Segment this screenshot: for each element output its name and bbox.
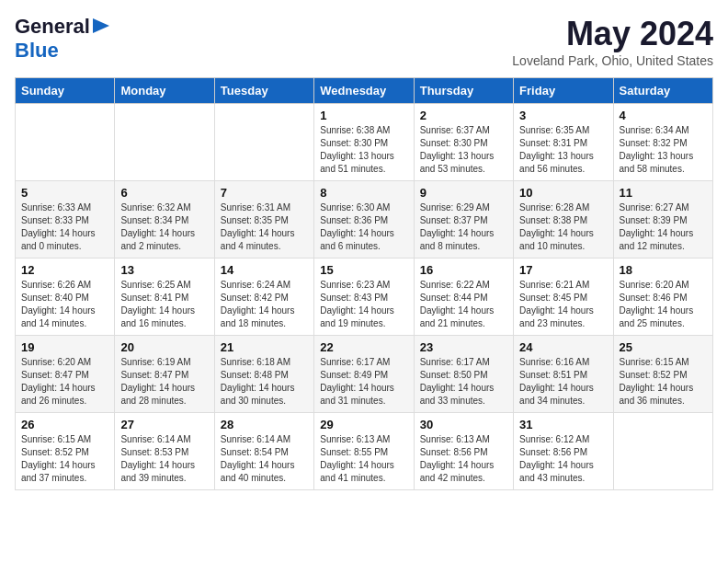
cell-info: Sunrise: 6:32 AMSunset: 8:34 PMDaylight:… [120, 201, 208, 253]
day-number: 21 [221, 340, 308, 354]
day-number: 12 [21, 263, 108, 277]
cell-info: Sunrise: 6:35 AMSunset: 8:31 PMDaylight:… [519, 124, 607, 176]
column-header-saturday: Saturday [613, 78, 712, 104]
day-number: 17 [519, 263, 607, 277]
column-header-sunday: Sunday [16, 78, 115, 104]
calendar-table: SundayMondayTuesdayWednesdayThursdayFrid… [15, 77, 713, 490]
calendar-cell: 3Sunrise: 6:35 AMSunset: 8:31 PMDaylight… [514, 104, 613, 181]
logo: General Blue [15, 15, 109, 63]
day-number: 27 [120, 418, 208, 431]
day-number: 16 [420, 263, 507, 277]
svg-marker-0 [93, 18, 109, 33]
cell-info: Sunrise: 6:17 AMSunset: 8:50 PMDaylight:… [420, 356, 507, 408]
calendar-cell: 24Sunrise: 6:16 AMSunset: 8:51 PMDayligh… [514, 336, 613, 413]
calendar-cell: 26Sunrise: 6:15 AMSunset: 8:52 PMDayligh… [16, 413, 115, 490]
day-number: 3 [519, 109, 607, 122]
cell-info: Sunrise: 6:29 AMSunset: 8:37 PMDaylight:… [420, 201, 507, 253]
column-header-monday: Monday [115, 78, 214, 104]
calendar-cell [613, 413, 712, 490]
column-header-wednesday: Wednesday [314, 78, 414, 104]
calendar-cell: 15Sunrise: 6:23 AMSunset: 8:43 PMDayligh… [314, 259, 414, 336]
cell-info: Sunrise: 6:34 AMSunset: 8:32 PMDaylight:… [620, 124, 707, 176]
day-number: 24 [519, 340, 607, 354]
day-number: 1 [320, 109, 407, 122]
title-block: May 2024 Loveland Park, Ohio, United Sta… [512, 15, 713, 68]
calendar-cell [115, 104, 214, 181]
calendar-cell: 17Sunrise: 6:21 AMSunset: 8:45 PMDayligh… [514, 259, 613, 336]
logo-general: General [15, 15, 90, 39]
page-header: General Blue May 2024 Loveland Park, Ohi… [15, 15, 713, 68]
day-number: 9 [420, 186, 507, 200]
day-number: 19 [21, 340, 108, 354]
week-row-4: 19Sunrise: 6:20 AMSunset: 8:47 PMDayligh… [16, 336, 713, 413]
cell-info: Sunrise: 6:21 AMSunset: 8:45 PMDaylight:… [519, 279, 607, 330]
calendar-cell: 11Sunrise: 6:27 AMSunset: 8:39 PMDayligh… [613, 181, 712, 259]
cell-info: Sunrise: 6:30 AMSunset: 8:36 PMDaylight:… [320, 201, 407, 253]
calendar-cell [214, 104, 313, 181]
cell-info: Sunrise: 6:13 AMSunset: 8:55 PMDaylight:… [320, 433, 407, 485]
calendar-cell: 22Sunrise: 6:17 AMSunset: 8:49 PMDayligh… [314, 336, 414, 413]
calendar-cell: 30Sunrise: 6:13 AMSunset: 8:56 PMDayligh… [414, 413, 513, 490]
logo-arrow-icon [93, 18, 109, 37]
calendar-cell: 5Sunrise: 6:33 AMSunset: 8:33 PMDaylight… [16, 181, 115, 259]
cell-info: Sunrise: 6:12 AMSunset: 8:56 PMDaylight:… [519, 433, 607, 485]
calendar-cell: 10Sunrise: 6:28 AMSunset: 8:38 PMDayligh… [514, 181, 613, 259]
cell-info: Sunrise: 6:14 AMSunset: 8:53 PMDaylight:… [120, 433, 208, 485]
day-number: 7 [221, 186, 308, 200]
week-row-1: 1Sunrise: 6:38 AMSunset: 8:30 PMDaylight… [16, 104, 713, 181]
calendar-cell: 12Sunrise: 6:26 AMSunset: 8:40 PMDayligh… [16, 259, 115, 336]
day-number: 15 [320, 263, 407, 277]
cell-info: Sunrise: 6:28 AMSunset: 8:38 PMDaylight:… [519, 201, 607, 253]
calendar-cell: 31Sunrise: 6:12 AMSunset: 8:56 PMDayligh… [514, 413, 613, 490]
cell-info: Sunrise: 6:16 AMSunset: 8:51 PMDaylight:… [519, 356, 607, 408]
day-number: 26 [21, 418, 108, 431]
cell-info: Sunrise: 6:38 AMSunset: 8:30 PMDaylight:… [320, 124, 407, 176]
cell-info: Sunrise: 6:17 AMSunset: 8:49 PMDaylight:… [320, 356, 407, 408]
day-number: 20 [120, 340, 208, 354]
calendar-cell: 7Sunrise: 6:31 AMSunset: 8:35 PMDaylight… [214, 181, 313, 259]
calendar-cell: 21Sunrise: 6:18 AMSunset: 8:48 PMDayligh… [214, 336, 313, 413]
cell-info: Sunrise: 6:20 AMSunset: 8:47 PMDaylight:… [21, 356, 108, 408]
week-row-2: 5Sunrise: 6:33 AMSunset: 8:33 PMDaylight… [16, 181, 713, 259]
calendar-cell: 29Sunrise: 6:13 AMSunset: 8:55 PMDayligh… [314, 413, 414, 490]
day-number: 28 [221, 418, 308, 431]
week-row-3: 12Sunrise: 6:26 AMSunset: 8:40 PMDayligh… [16, 259, 713, 336]
day-number: 22 [320, 340, 407, 354]
calendar-cell: 16Sunrise: 6:22 AMSunset: 8:44 PMDayligh… [414, 259, 513, 336]
calendar-cell [16, 104, 115, 181]
day-number: 13 [120, 263, 208, 277]
column-header-thursday: Thursday [414, 78, 513, 104]
month-title: May 2024 [512, 15, 713, 53]
column-header-tuesday: Tuesday [214, 78, 313, 104]
calendar-cell: 18Sunrise: 6:20 AMSunset: 8:46 PMDayligh… [613, 259, 712, 336]
calendar-cell: 1Sunrise: 6:38 AMSunset: 8:30 PMDaylight… [314, 104, 414, 181]
calendar-cell: 28Sunrise: 6:14 AMSunset: 8:54 PMDayligh… [214, 413, 313, 490]
column-header-friday: Friday [514, 78, 613, 104]
day-number: 10 [519, 186, 607, 200]
day-number: 2 [420, 109, 507, 122]
day-number: 5 [21, 186, 108, 200]
calendar-cell: 8Sunrise: 6:30 AMSunset: 8:36 PMDaylight… [314, 181, 414, 259]
calendar-cell: 20Sunrise: 6:19 AMSunset: 8:47 PMDayligh… [115, 336, 214, 413]
location: Loveland Park, Ohio, United States [512, 53, 713, 68]
week-row-5: 26Sunrise: 6:15 AMSunset: 8:52 PMDayligh… [16, 413, 713, 490]
cell-info: Sunrise: 6:15 AMSunset: 8:52 PMDaylight:… [21, 433, 108, 485]
day-number: 8 [320, 186, 407, 200]
calendar-cell: 6Sunrise: 6:32 AMSunset: 8:34 PMDaylight… [115, 181, 214, 259]
logo-blue: Blue [15, 39, 59, 62]
header-row: SundayMondayTuesdayWednesdayThursdayFrid… [16, 78, 713, 104]
cell-info: Sunrise: 6:14 AMSunset: 8:54 PMDaylight:… [221, 433, 308, 485]
cell-info: Sunrise: 6:26 AMSunset: 8:40 PMDaylight:… [21, 279, 108, 330]
day-number: 29 [320, 418, 407, 431]
cell-info: Sunrise: 6:19 AMSunset: 8:47 PMDaylight:… [120, 356, 208, 408]
day-number: 14 [221, 263, 308, 277]
day-number: 31 [519, 418, 607, 431]
cell-info: Sunrise: 6:23 AMSunset: 8:43 PMDaylight:… [320, 279, 407, 330]
calendar-cell: 9Sunrise: 6:29 AMSunset: 8:37 PMDaylight… [414, 181, 513, 259]
calendar-cell: 25Sunrise: 6:15 AMSunset: 8:52 PMDayligh… [613, 336, 712, 413]
day-number: 30 [420, 418, 507, 431]
day-number: 25 [620, 340, 707, 354]
calendar-cell: 14Sunrise: 6:24 AMSunset: 8:42 PMDayligh… [214, 259, 313, 336]
cell-info: Sunrise: 6:15 AMSunset: 8:52 PMDaylight:… [620, 356, 707, 408]
day-number: 18 [620, 263, 707, 277]
